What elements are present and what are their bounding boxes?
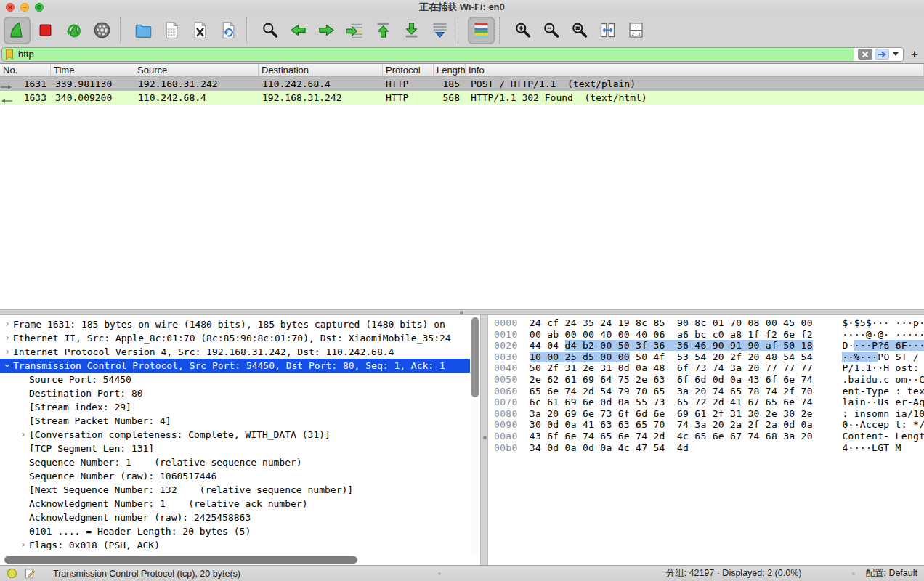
detail-line[interactable]: ›[Conversation completeness: Complete, W… <box>0 428 470 442</box>
detail-line[interactable]: Source Port: 54450 <box>0 373 470 386</box>
hex-row[interactable]: 0020 44 04 d4 b2 00 50 3f 36 36 46 90 91… <box>494 340 924 352</box>
restart-capture-button[interactable] <box>60 17 87 44</box>
hex-row[interactable]: 0030 10 00 25 d5 00 00 50 4f 53 54 20 2f… <box>494 352 924 363</box>
detail-line[interactable]: ›Transmission Control Protocol, Src Port… <box>0 359 470 373</box>
detail-line[interactable]: Acknowledgment Number: 1 (relative ack n… <box>0 497 470 511</box>
detail-text: Source Port: 54450 <box>29 373 131 386</box>
packet-details-pane: ›Frame 1631: 185 bytes on wire (1480 bit… <box>0 315 480 565</box>
filter-add-button[interactable]: + <box>909 49 920 60</box>
hex-row[interactable]: 0050 2e 62 61 69 64 75 2e 63 6f 6d 0d 0a… <box>494 374 924 386</box>
expander-spacer <box>17 455 29 469</box>
detail-line[interactable]: ›Flags: 0x018 (PSH, ACK) <box>0 538 470 552</box>
column-header-time[interactable]: Time <box>51 64 134 76</box>
expander-closed-icon[interactable]: › <box>1 345 13 359</box>
hex-row[interactable]: 00a0 43 6f 6e 74 65 6e 74 2d 4c 65 6e 67… <box>494 431 924 442</box>
detail-line[interactable]: [Stream index: 29] <box>0 400 470 414</box>
detail-line[interactable]: ›Internet Protocol Version 4, Src: 192.1… <box>0 345 470 359</box>
hex-row[interactable]: 0090 30 0d 0a 41 63 63 65 70 74 3a 20 2a… <box>494 419 924 431</box>
detail-line[interactable]: [Stream Packet Number: 4] <box>0 414 470 428</box>
details-vertical-scrollbar[interactable] <box>471 317 479 553</box>
detail-line[interactable]: ›Frame 1631: 185 bytes on wire (1480 bit… <box>0 317 470 331</box>
column-header-protocol[interactable]: Protocol <box>383 64 434 76</box>
arrow-right-icon <box>317 20 336 40</box>
expert-status-icon <box>7 568 17 579</box>
last-packet-button[interactable] <box>398 17 425 44</box>
status-profile[interactable]: 配置: Default <box>865 567 917 580</box>
expander-spacer <box>17 414 29 428</box>
zoom-in-button[interactable] <box>509 17 536 44</box>
column-header-length[interactable]: Length <box>434 64 466 76</box>
hex-bytes: lain··Us er-Agent <box>842 397 924 407</box>
cell-time: 339.981130 <box>51 78 134 89</box>
detail-line[interactable]: ›Ethernet II, Src: Apple_8c:01:70 (8c:85… <box>0 331 470 345</box>
column-header-info[interactable]: Info <box>466 64 924 76</box>
scrollbar-thumb[interactable] <box>471 317 479 397</box>
hex-row[interactable]: 0080 3a 20 69 6e 73 6f 6d 6e 69 61 2f 31… <box>494 408 924 420</box>
hex-offset: 0030 <box>494 352 530 362</box>
colorize-packets-button[interactable] <box>468 17 495 44</box>
hex-row[interactable]: 00b0 34 0d 0a 0d 0a 4c 47 54 4d 4····LGT… <box>494 442 924 454</box>
next-packet-button[interactable] <box>313 17 340 44</box>
doc-close-icon <box>190 20 210 40</box>
hex-bytes: Content- Length: <box>842 431 924 442</box>
start-capture-button[interactable] <box>4 17 31 44</box>
vertical-splitter[interactable] <box>480 315 488 565</box>
column-header-source[interactable]: Source <box>134 64 259 76</box>
status-grip <box>852 572 855 575</box>
hex-highlight: ··%··· <box>842 352 878 362</box>
filter-apply-button[interactable] <box>875 49 889 60</box>
detail-line[interactable]: Sequence Number: 1 (relative sequence nu… <box>0 455 470 469</box>
save-file-button[interactable] <box>158 17 185 44</box>
display-filter-field[interactable]: http <box>1 47 904 62</box>
packet-row[interactable]: 1631339.981130192.168.31.242110.242.68.4… <box>0 77 924 91</box>
resize-columns-button[interactable] <box>594 17 621 44</box>
capture-options-button[interactable] <box>89 17 115 44</box>
go-to-packet-button[interactable] <box>341 17 368 44</box>
hex-bytes: ····@·@· ······n· <box>842 329 924 340</box>
zoom-out-button[interactable] <box>538 17 564 44</box>
close-file-button[interactable] <box>187 17 214 44</box>
hex-row[interactable]: 0060 65 6e 74 2d 54 79 70 65 3a 20 74 65… <box>494 386 924 397</box>
find-packet-button[interactable] <box>256 17 283 44</box>
expander-spacer <box>17 442 29 455</box>
reload-file-button[interactable] <box>215 17 242 44</box>
filter-history-caret[interactable] <box>893 52 899 56</box>
horizontal-splitter[interactable] <box>0 309 924 315</box>
filter-clear-button[interactable] <box>858 49 872 60</box>
expander-closed-icon[interactable]: › <box>17 538 29 552</box>
first-packet-button[interactable] <box>370 17 397 44</box>
capture-comment-button[interactable] <box>25 568 36 579</box>
open-file-button[interactable] <box>130 17 157 44</box>
expert-info-button[interactable] <box>7 568 17 579</box>
scrollbar-thumb[interactable] <box>4 556 357 564</box>
hex-row[interactable]: 0040 50 2f 31 2e 31 0d 0a 48 6f 73 74 3a… <box>494 362 924 374</box>
expander-spacer <box>17 400 29 414</box>
packet-row[interactable]: 1633340.009200110.242.68.4192.168.31.242… <box>0 91 924 105</box>
detail-line[interactable]: 0101 .... = Header Length: 20 bytes (5) <box>0 524 470 538</box>
previous-packet-button[interactable] <box>285 17 312 44</box>
hex-row[interactable]: 0000 24 cf 24 35 24 19 8c 85 90 8c 01 70… <box>494 317 924 329</box>
cell-destination: 110.242.68.4 <box>259 78 383 89</box>
expander-closed-icon[interactable]: › <box>1 317 13 331</box>
layout-panes-button[interactable]: 123 <box>623 17 649 44</box>
column-header-destination[interactable]: Destination <box>259 64 383 76</box>
detail-line[interactable]: Acknowledgment number (raw): 2425458863 <box>0 511 470 524</box>
hex-row[interactable]: 0010 00 ab 00 00 40 00 40 06 a6 bc c0 a8… <box>494 329 924 341</box>
hex-row[interactable]: 0070 6c 61 69 6e 0d 0a 55 73 65 72 2d 41… <box>494 397 924 408</box>
details-horizontal-scrollbar[interactable] <box>3 556 461 564</box>
expander-closed-icon[interactable]: › <box>1 331 13 345</box>
detail-line[interactable]: Sequence Number (raw): 1060517446 <box>0 469 470 483</box>
filter-bookmark-icon[interactable] <box>2 49 17 60</box>
stop-capture-button[interactable] <box>32 17 59 44</box>
detail-line[interactable]: [TCP Segment Len: 131] <box>0 442 470 455</box>
column-header-no[interactable]: No. <box>0 64 51 76</box>
expander-open-icon[interactable]: › <box>1 359 13 373</box>
detail-line[interactable]: Destination Port: 80 <box>0 386 470 400</box>
detail-line[interactable]: [Next Sequence Number: 132 (relative seq… <box>0 483 470 497</box>
detail-text: [Conversation completeness: Complete, WI… <box>29 428 331 442</box>
auto-scroll-button[interactable] <box>426 17 453 44</box>
expander-closed-icon[interactable]: › <box>17 428 29 442</box>
display-filter-input[interactable]: http <box>17 49 854 60</box>
zoom-original-button[interactable] <box>566 17 593 44</box>
filter-bar: http + <box>0 46 924 63</box>
